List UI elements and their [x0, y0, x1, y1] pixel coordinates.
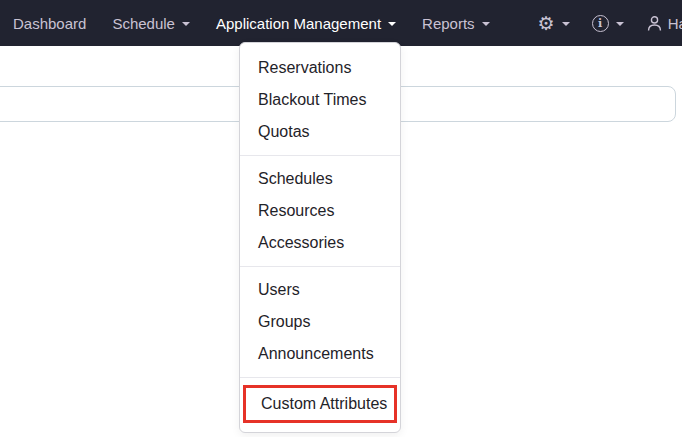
chevron-down-icon	[562, 22, 570, 26]
menu-item-schedules[interactable]: Schedules	[240, 163, 400, 195]
menu-item-accessories[interactable]: Accessories	[240, 227, 400, 259]
nav-item-settings[interactable]: ⚙	[538, 14, 570, 33]
nav-item-dashboard[interactable]: Dashboard	[13, 15, 86, 32]
chevron-down-icon	[482, 22, 490, 26]
nav-item-application-management[interactable]: Application Management	[216, 15, 396, 32]
app-window: Dashboard Schedule Application Managemen…	[0, 0, 682, 437]
nav-reports-label: Reports	[422, 15, 475, 32]
user-name-label: Hanna	[668, 15, 682, 32]
navbar-right-group: ⚙ i Hanna	[516, 14, 682, 33]
nav-schedule-label: Schedule	[112, 15, 175, 32]
chevron-down-icon	[388, 22, 396, 26]
menu-item-reservations[interactable]: Reservations	[240, 52, 400, 84]
nav-item-user-menu[interactable]: Hanna	[646, 15, 682, 32]
nav-item-reports[interactable]: Reports	[422, 15, 490, 32]
nav-item-help[interactable]: i	[592, 15, 624, 32]
nav-item-schedule[interactable]: Schedule	[112, 15, 190, 32]
gear-icon: ⚙	[538, 14, 555, 33]
person-icon	[646, 15, 663, 32]
menu-item-custom-attributes[interactable]: Custom Attributes	[243, 385, 397, 423]
top-navbar: Dashboard Schedule Application Managemen…	[0, 0, 682, 46]
nav-dashboard-label: Dashboard	[13, 15, 86, 32]
menu-item-blackout-times[interactable]: Blackout Times	[240, 84, 400, 116]
menu-item-resources[interactable]: Resources	[240, 195, 400, 227]
application-management-dropdown: Reservations Blackout Times Quotas Sched…	[239, 42, 401, 433]
menu-divider	[240, 377, 400, 378]
chevron-down-icon	[616, 22, 624, 26]
nav-application-management-label: Application Management	[216, 15, 381, 32]
info-icon: i	[592, 15, 609, 32]
menu-item-quotas[interactable]: Quotas	[240, 116, 400, 148]
menu-divider	[240, 155, 400, 156]
menu-item-groups[interactable]: Groups	[240, 306, 400, 338]
menu-item-users[interactable]: Users	[240, 274, 400, 306]
menu-item-announcements[interactable]: Announcements	[240, 338, 400, 370]
chevron-down-icon	[182, 22, 190, 26]
menu-divider	[240, 266, 400, 267]
